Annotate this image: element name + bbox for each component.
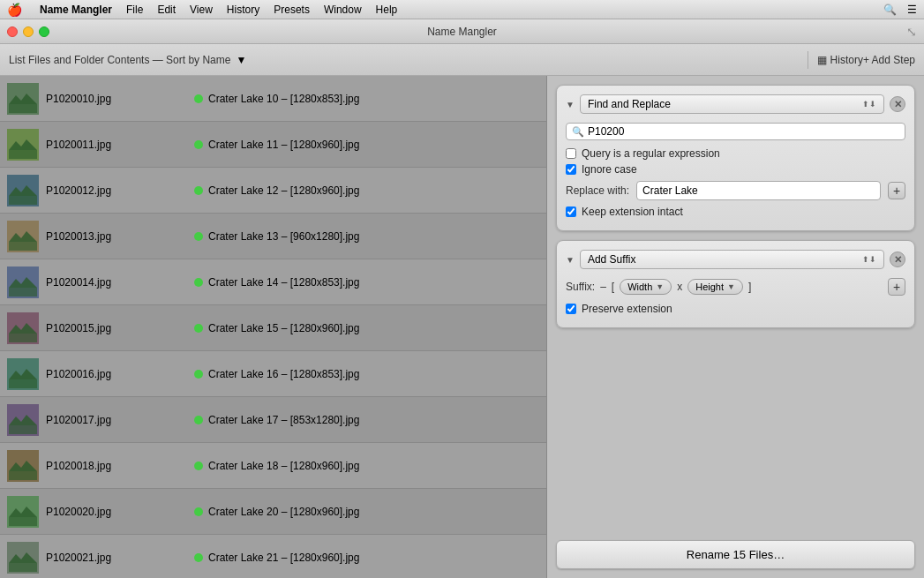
file-result-area: Crater Lake 21 – [1280x960].jpg [194,552,539,564]
ignore-case-checkbox[interactable] [566,164,576,175]
list-icon[interactable]: ☰ [907,4,917,16]
suffix-plus-button[interactable]: + [888,278,905,296]
menubar-edit[interactable]: Edit [157,4,176,16]
window-title: Name Mangler [427,26,497,38]
menubar-help[interactable]: Help [376,4,398,16]
file-result-name: Crater Lake 15 – [1280x960].jpg [208,322,359,334]
file-list: P1020010.jpgCrater Lake 10 – [1280x853].… [0,76,547,578]
file-result-area: Crater Lake 15 – [1280x960].jpg [194,322,539,334]
menubar-view[interactable]: View [190,4,213,16]
query-regex-checkbox[interactable] [566,148,576,159]
status-dot [194,278,203,287]
sort-dropdown[interactable]: ▼ [236,54,246,66]
file-original-name: P1020015.jpg [46,322,187,334]
toolbar-divider [808,51,808,69]
file-original-name: P1020021.jpg [46,552,187,564]
file-thumbnail [7,358,39,390]
add-suffix-header: ▼ Add Suffix ⬆⬇ ✕ [566,250,905,269]
file-result-area: Crater Lake 20 – [1280x960].jpg [194,506,539,518]
file-thumbnail [7,129,39,161]
status-dot [194,462,203,470]
width-token-label: Width [627,281,652,292]
suffix-x-sep: x [677,281,682,293]
minimize-button[interactable] [23,26,34,37]
add-step-button[interactable]: + Add Step [863,54,915,66]
table-row[interactable]: P1020014.jpgCrater Lake 14 – [1280x853].… [0,259,546,305]
find-replace-card: ▼ Find and Replace ⬆⬇ ✕ 🔍 Query is a reg… [556,85,915,231]
file-result-name: Crater Lake 16 – [1280x853].jpg [208,368,359,380]
keep-extension-row: Keep extension intact [566,206,905,218]
file-original-name: P1020011.jpg [46,139,187,151]
svg-rect-8 [9,196,37,205]
file-result-name: Crater Lake 21 – [1280x960].jpg [208,552,359,564]
table-row[interactable]: P1020011.jpgCrater Lake 11 – [1280x960].… [0,122,546,168]
find-replace-header: ▼ Find and Replace ⬆⬇ ✕ [566,94,905,114]
step-type-add-suffix[interactable]: Add Suffix ⬆⬇ [580,250,884,269]
resize-icon[interactable]: ⤡ [906,25,917,39]
step-type-find-replace[interactable]: Find and Replace ⬆⬇ [580,94,884,114]
file-result-name: Crater Lake 20 – [1280x960].jpg [208,506,359,518]
sort-dropdown-arrow: ▼ [236,54,246,66]
toolbar-left: List Files and Folder Contents — Sort by… [9,54,799,66]
close-button[interactable] [7,26,18,37]
file-result-name: Crater Lake 14 – [1280x853].jpg [208,276,359,289]
file-result-name: Crater Lake 12 – [1280x960].jpg [208,184,359,197]
table-row[interactable]: P1020020.jpgCrater Lake 20 – [1280x960].… [0,489,546,535]
table-row[interactable]: P1020015.jpgCrater Lake 15 – [1280x960].… [0,305,546,351]
svg-rect-26 [9,471,37,480]
file-result-area: Crater Lake 13 – [960x1280].jpg [194,230,539,243]
find-input[interactable] [588,125,899,138]
table-row[interactable]: P1020021.jpgCrater Lake 21 – [1280x960].… [0,535,546,578]
preserve-extension-checkbox[interactable] [566,304,576,314]
window-controls [7,26,49,37]
suffix-label: Suffix: [566,281,595,293]
suffix-close-bracket: ] [748,281,751,293]
status-dot [194,324,203,333]
collapse-triangle[interactable]: ▼ [566,100,575,109]
history-label[interactable]: History [830,54,863,66]
suffix-select-arrows-icon: ⬆⬇ [862,256,876,264]
file-thumbnail [7,83,39,115]
height-token[interactable]: Height ▼ [687,279,743,295]
svg-rect-20 [9,379,37,388]
file-thumbnail [7,542,39,574]
search-icon[interactable]: 🔍 [883,4,897,16]
width-token[interactable]: Width ▼ [620,279,672,295]
height-token-label: Height [695,281,724,292]
step-type-label: Find and Replace [588,98,671,110]
maximize-button[interactable] [39,26,49,37]
table-row[interactable]: P1020010.jpgCrater Lake 10 – [1280x853].… [0,76,546,122]
menubar-history[interactable]: History [227,4,259,16]
table-row[interactable]: P1020016.jpgCrater Lake 16 – [1280x853].… [0,351,546,397]
apple-icon[interactable]: 🍎 [7,3,22,17]
history-section: ▦ History [817,54,863,66]
history-grid-icon: ▦ [817,54,827,66]
collapse-suffix-triangle[interactable]: ▼ [566,255,575,265]
file-result-area: Crater Lake 16 – [1280x853].jpg [194,368,539,380]
table-row[interactable]: P1020018.jpgCrater Lake 18 – [1280x960].… [0,443,546,489]
add-suffix-close-button[interactable]: ✕ [890,251,905,267]
status-dot [194,94,203,103]
rename-button[interactable]: Rename 15 Files… [556,540,915,569]
keep-extension-checkbox[interactable] [566,206,576,217]
add-suffix-card: ▼ Add Suffix ⬆⬇ ✕ Suffix: – [ Width ▼ x … [556,240,915,328]
status-dot [194,370,203,379]
table-row[interactable]: P1020017.jpgCrater Lake 17 – [853x1280].… [0,397,546,443]
status-dot [194,232,203,241]
svg-rect-14 [9,288,37,297]
table-row[interactable]: P1020012.jpgCrater Lake 12 – [1280x960].… [0,168,546,214]
menubar-window[interactable]: Window [324,4,362,16]
replace-input[interactable] [636,181,881,200]
menubar-appname[interactable]: Name Mangler [40,4,112,16]
svg-rect-29 [9,517,37,526]
table-row[interactable]: P1020013.jpgCrater Lake 13 – [960x1280].… [0,214,546,259]
select-arrows-icon: ⬆⬇ [862,101,876,109]
file-result-area: Crater Lake 17 – [853x1280].jpg [194,414,539,426]
menubar-file[interactable]: File [126,4,143,16]
find-replace-close-button[interactable]: ✕ [890,96,905,112]
replace-plus-button[interactable]: + [888,182,905,199]
sort-label: List Files and Folder Contents — Sort by… [9,54,230,66]
titlebar: Name Mangler ⤡ [0,19,924,44]
menubar-presets[interactable]: Presets [274,4,310,16]
file-original-name: P1020014.jpg [46,276,187,289]
